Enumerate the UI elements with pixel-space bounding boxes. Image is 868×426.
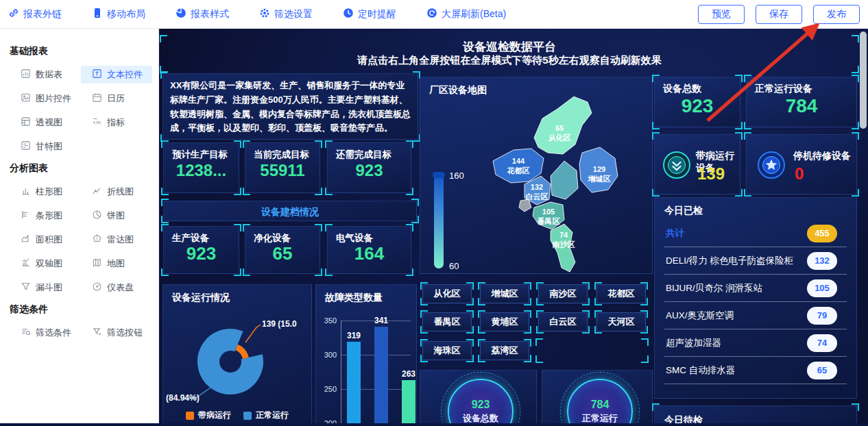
list-row: DELI/得力 棕色电子防盗保险柜 132 (664, 247, 847, 275)
metric-icon: 4,80 (92, 116, 102, 129)
section-title-filter-conditions: 筛选条件 (10, 303, 158, 316)
factory-map-widget[interactable]: 厂区设备地图 160 60 65 从化区 144 花都区 129 增城区 13 (420, 77, 653, 274)
bar-chart-icon (21, 210, 31, 222)
sidebar-item-calendar[interactable]: 日历 (81, 90, 152, 108)
toolbar-item-mobile-layout[interactable]: 移动布局 (92, 8, 145, 21)
map-icon (92, 258, 102, 270)
dashboard-title-widget[interactable]: 设备巡检数据平台 请点击右上角全屏按钮在全屏模式下等待5秒左右观察自动刷新效果 (162, 38, 856, 71)
sidebar-item-filter-button[interactable]: 筛选按钮 (81, 324, 152, 342)
gauge-normal-running[interactable]: 784 正常运行 (542, 370, 653, 423)
sidebar-item-pie-chart[interactable]: 饼图 (81, 207, 152, 225)
district-button[interactable]: 荔湾区 (480, 341, 529, 360)
list-row: BIJUR/贝奇尔 润滑泵站 105 (664, 275, 847, 302)
fault-type-chart[interactable]: 故障类型数量 350 300 250 200 319 341 263 (315, 284, 417, 423)
company-intro-widget[interactable]: XX有限公司是一家集研发、生产、销售和服务于一体的专业标牌生产厂家。注册资金50… (162, 73, 418, 140)
fault-bar (402, 380, 415, 423)
sidebar-item-line-chart[interactable]: 折线图 (81, 183, 152, 201)
toolbar-item-label: 大屏刷新(Beta) (442, 8, 506, 21)
sidebar-item-pivot[interactable]: 透视图 (10, 114, 81, 131)
status-value: 784 (747, 95, 856, 117)
gauge-total-equipment[interactable]: 923 设备总数 (420, 370, 537, 423)
section-title-analysis-charts: 分析图表 (10, 162, 158, 175)
svg-text:南沙区: 南沙区 (552, 240, 575, 249)
filter-button-icon (92, 327, 102, 339)
pie-style-icon (176, 8, 186, 21)
vertical-scrollbar-thumb[interactable] (860, 32, 867, 129)
map-color-scale[interactable] (434, 174, 444, 268)
preview-button[interactable]: 预览 (698, 5, 745, 24)
svg-text:65: 65 (555, 124, 564, 132)
district-button[interactable]: 海珠区 (422, 341, 472, 360)
alert-card-stopped-repair[interactable]: 停机待修设备 0 (746, 134, 857, 195)
sidebar-item-area-chart[interactable]: 面积图 (10, 231, 81, 249)
count-badge: 455 (807, 225, 837, 242)
donut-normal-arc (204, 336, 257, 388)
dual-axis-icon (21, 258, 31, 270)
pending-today-widget[interactable]: 今日待检 (654, 405, 857, 423)
equipment-run-status-chart[interactable]: 设备运行情况 139 (15.0 (84.94%) 带病运行 正常运行 (162, 284, 312, 423)
sidebar-item-text-widget[interactable]: 文本控件 (81, 66, 152, 84)
svg-text:129: 129 (593, 165, 605, 173)
count-badge: 132 (807, 252, 837, 270)
district-button[interactable]: 白云区 (538, 312, 588, 331)
save-button[interactable]: 保存 (756, 5, 802, 24)
toolbar-item-screen-refresh[interactable]: 大屏刷新(Beta) (426, 8, 506, 21)
district-button[interactable]: 增城区 (480, 284, 529, 303)
kpi-production-equipment[interactable]: 生产设备 923 (163, 226, 239, 274)
legend-swatch-normal (243, 412, 252, 420)
district-button[interactable]: 花都区 (596, 284, 646, 303)
status-card-total[interactable]: 设备总数 923 (654, 77, 740, 127)
kpi-purification-equipment[interactable]: 净化设备 65 (245, 226, 320, 274)
alert-value: 139 (697, 165, 725, 183)
status-card-normal[interactable]: 正常运行设备 784 (746, 77, 857, 127)
sidebar-item-radar-chart[interactable]: 雷达图 (81, 231, 152, 249)
kpi-value: 1238... (164, 161, 239, 180)
gauge-chart-icon (92, 281, 102, 294)
sidebar-item-data-table[interactable]: 数据表 (10, 66, 81, 84)
svg-text:105: 105 (542, 208, 555, 216)
sidebar-item-bar-chart[interactable]: 条形图 (10, 207, 81, 225)
kpi-expected-target[interactable]: 预计生产目标 1238... (163, 142, 239, 193)
kpi-electrical-equipment[interactable]: 电气设备 164 (327, 226, 411, 274)
chevron-down-badge-icon (662, 150, 692, 183)
sidebar-item-filter-condition[interactable]: 筛选条件 (10, 324, 81, 342)
map-scale-handle[interactable] (433, 172, 445, 178)
district-button[interactable]: 天河区 (596, 312, 646, 331)
kpi-current-complete[interactable]: 当前完成目标 55911 (245, 142, 320, 193)
district-button[interactable]: 番禺区 (422, 312, 472, 331)
kpi-remaining-target[interactable]: 还需完成目标 923 (327, 142, 411, 193)
district-button[interactable]: 从化区 (422, 284, 472, 303)
gauge-label: 正常运行 (582, 412, 618, 423)
top-toolbar: 报表外链 移动布局 报表样式 筛选设置 定时提醒 大屏刷新(Beta) 预览 保… (0, 0, 868, 29)
list-title: 今日待检 (664, 414, 847, 423)
sidebar-item-image-widget[interactable]: 图片控件 (10, 90, 81, 108)
text-icon (92, 68, 102, 81)
empty-widget-slot[interactable] (538, 341, 646, 360)
sidebar-item-column-chart[interactable]: 柱形图 (10, 183, 81, 201)
sidebar-item-metric[interactable]: 4,80指标 (81, 114, 152, 131)
list-title: 今日已检 (664, 205, 847, 217)
sidebar-item-dual-axis-chart[interactable]: 双轴图 (10, 255, 81, 273)
toolbar-item-timed-reminder[interactable]: 定时提醒 (343, 8, 396, 21)
guangzhou-region-map[interactable]: 65 从化区 144 花都区 129 增城区 132 白云区 105 番禺区 7… (448, 95, 653, 274)
legend-swatch-faulty (186, 412, 194, 420)
toolbar-item-filter-settings[interactable]: 筛选设置 (259, 8, 313, 21)
publish-button[interactable]: 发布 (813, 5, 860, 24)
toolbar-item-report-style[interactable]: 报表样式 (176, 8, 229, 21)
checked-today-widget[interactable]: 今日已检 共计 455 DELI/得力 棕色电子防盗保险柜 132 BIJUR/… (654, 197, 857, 399)
toolbar-item-external-link[interactable]: 报表外链 (8, 8, 62, 21)
filter-condition-icon (21, 327, 31, 339)
sidebar-item-gantt[interactable]: 甘特图 (10, 138, 81, 155)
line-chart-icon (92, 186, 102, 198)
kpi-value: 55911 (245, 161, 320, 180)
equipment-archive-banner[interactable]: 设备建档情况 (163, 201, 417, 221)
district-button[interactable]: 黄埔区 (480, 312, 529, 331)
sidebar-item-map[interactable]: 地图 (81, 255, 152, 273)
sidebar-item-funnel-chart[interactable]: 漏斗图 (10, 279, 81, 297)
section-title-basic-reports: 基础报表 (10, 45, 158, 58)
kpi-value: 923 (328, 161, 411, 180)
district-button[interactable]: 南沙区 (538, 284, 588, 303)
list-row: AUX/奥克斯空调 79 (664, 302, 847, 329)
sidebar-item-gauge-chart[interactable]: 仪表盘 (81, 279, 152, 297)
alert-card-faulty-running[interactable]: 带病运行设备 139 (654, 134, 740, 195)
